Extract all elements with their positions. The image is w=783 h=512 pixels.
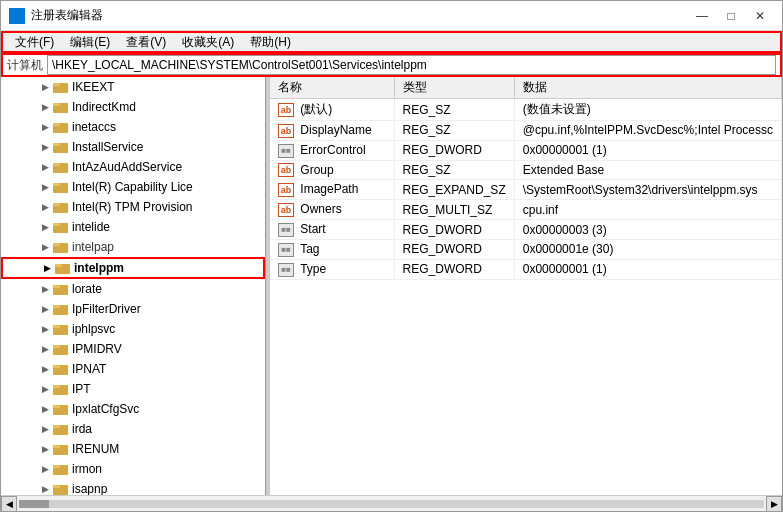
svg-rect-21 (53, 243, 60, 246)
tree-item-irmon[interactable]: ▶ irmon (1, 459, 265, 479)
expand-icon: ▶ (37, 219, 53, 235)
tree-item-IpxlatCfgSvc[interactable]: ▶ IpxlatCfgSvc (1, 399, 265, 419)
tree-item-intelpap[interactable]: ▶ intelpap (1, 237, 265, 257)
address-bar: 计算机 (1, 53, 782, 77)
minimize-button[interactable]: — (688, 6, 716, 26)
tree-item-intelide[interactable]: ▶ intelide (1, 217, 265, 237)
svg-rect-29 (53, 325, 60, 328)
table-row[interactable]: ■■ ErrorControl REG_DWORD 0x00000001 (1) (270, 140, 782, 160)
tree-item-iphlpsvc[interactable]: ▶ iphlpsvc (1, 319, 265, 339)
tree-item-intelppm[interactable]: ▶ intelppm (1, 257, 265, 279)
scroll-left-button[interactable]: ◀ (1, 496, 17, 512)
svg-rect-43 (53, 465, 60, 468)
folder-icon (53, 282, 69, 296)
tree-label-intelpap: intelpap (72, 240, 114, 254)
expand-icon: ▶ (37, 239, 53, 255)
tree-label-IpFilterDriver: IpFilterDriver (72, 302, 141, 316)
folder-icon (53, 200, 69, 214)
dword-icon: ■■ (278, 263, 294, 277)
tree-item-IPNAT[interactable]: ▶ IPNAT (1, 359, 265, 379)
menu-file[interactable]: 文件(F) (7, 32, 62, 53)
tree-item-IntAzAudAddService[interactable]: ▶ IntAzAudAddService (1, 157, 265, 177)
tree-label-isapnp: isapnp (72, 482, 107, 495)
ab-icon: ab (278, 203, 294, 217)
scroll-right-button[interactable]: ▶ (766, 496, 782, 512)
table-row[interactable]: ab Group REG_SZ Extended Base (270, 160, 782, 180)
table-row[interactable]: ab Owners REG_MULTI_SZ cpu.inf (270, 200, 782, 220)
ab-icon: ab (278, 163, 294, 177)
values-pane: 名称 类型 数据 ab (默认) REG_SZ (数值未设置) (270, 77, 782, 495)
expand-icon: ▶ (37, 139, 53, 155)
expand-icon: ▶ (37, 281, 53, 297)
menu-help[interactable]: 帮助(H) (242, 32, 299, 53)
folder-icon (55, 261, 71, 275)
svg-rect-13 (53, 163, 60, 166)
expand-icon: ▶ (37, 341, 53, 357)
expand-icon: ▶ (37, 361, 53, 377)
value-data: \SystemRoot\System32\drivers\intelppm.sy… (514, 180, 781, 200)
tree-item-IPT[interactable]: ▶ IPT (1, 379, 265, 399)
dword-icon: ■■ (278, 243, 294, 257)
svg-rect-1 (18, 10, 23, 15)
tree-label-iphlpsvc: iphlpsvc (72, 322, 115, 336)
folder-icon (53, 362, 69, 376)
tree-item-lorate[interactable]: ▶ lorate (1, 279, 265, 299)
registry-editor-window: 注册表编辑器 — □ ✕ 文件(F) 编辑(E) 查看(V) 收藏夹(A) 帮助… (0, 0, 783, 512)
folder-icon (53, 220, 69, 234)
value-type: REG_EXPAND_SZ (394, 180, 514, 200)
expand-icon: ▶ (37, 79, 53, 95)
tree-item-IPMIDRV[interactable]: ▶ IPMIDRV (1, 339, 265, 359)
svg-rect-2 (11, 17, 16, 22)
table-row[interactable]: ab (默认) REG_SZ (数值未设置) (270, 99, 782, 121)
dword-icon: ■■ (278, 223, 294, 237)
svg-rect-35 (53, 385, 60, 388)
tree-item-IKEEXT[interactable]: ▶ IKEEXT (1, 77, 265, 97)
expand-icon: ▶ (37, 401, 53, 417)
svg-rect-15 (53, 183, 60, 186)
svg-rect-27 (53, 305, 60, 308)
table-row[interactable]: ab DisplayName REG_SZ @cpu.inf,%IntelPPM… (270, 121, 782, 141)
maximize-button[interactable]: □ (717, 6, 745, 26)
values-table: 名称 类型 数据 ab (默认) REG_SZ (数值未设置) (270, 77, 782, 280)
tree-item-isapnp[interactable]: ▶ isapnp (1, 479, 265, 495)
tree-item-InstallService[interactable]: ▶ InstallService (1, 137, 265, 157)
value-data: 0x0000001e (30) (514, 239, 781, 259)
address-input[interactable] (47, 55, 776, 75)
expand-icon: ▶ (37, 381, 53, 397)
value-type: REG_SZ (394, 99, 514, 121)
tree-item-IntelTPM[interactable]: ▶ Intel(R) TPM Provision (1, 197, 265, 217)
tree-item-irda[interactable]: ▶ irda (1, 419, 265, 439)
value-type: REG_DWORD (394, 140, 514, 160)
tree-label-IndirectKmd: IndirectKmd (72, 100, 136, 114)
close-button[interactable]: ✕ (746, 6, 774, 26)
table-row[interactable]: ■■ Start REG_DWORD 0x00000003 (3) (270, 220, 782, 240)
svg-rect-0 (11, 10, 16, 15)
table-row[interactable]: ab ImagePath REG_EXPAND_SZ \SystemRoot\S… (270, 180, 782, 200)
svg-rect-41 (53, 445, 60, 448)
tree-item-IntelCapability[interactable]: ▶ Intel(R) Capability Lice (1, 177, 265, 197)
menu-view[interactable]: 查看(V) (118, 32, 174, 53)
svg-rect-11 (53, 143, 60, 146)
folder-icon (53, 342, 69, 356)
expand-icon: ▶ (37, 99, 53, 115)
menu-favorites[interactable]: 收藏夹(A) (174, 32, 242, 53)
value-name: ab Group (270, 160, 394, 180)
address-label: 计算机 (7, 57, 43, 74)
value-type: REG_DWORD (394, 239, 514, 259)
value-name: ■■ Tag (270, 239, 394, 259)
tree-item-IRENUM[interactable]: ▶ IRENUM (1, 439, 265, 459)
scroll-thumb[interactable] (19, 500, 49, 508)
svg-rect-19 (53, 223, 60, 226)
tree-item-IndirectKmd[interactable]: ▶ IndirectKmd (1, 97, 265, 117)
menu-edit[interactable]: 编辑(E) (62, 32, 118, 53)
folder-icon (53, 240, 69, 254)
table-row[interactable]: ■■ Type REG_DWORD 0x00000001 (1) (270, 259, 782, 279)
tree-item-inetaccs[interactable]: ▶ inetaccs (1, 117, 265, 137)
tree-item-IpFilterDriver[interactable]: ▶ IpFilterDriver (1, 299, 265, 319)
col-header-data: 数据 (514, 77, 781, 99)
table-row[interactable]: ■■ Tag REG_DWORD 0x0000001e (30) (270, 239, 782, 259)
svg-rect-25 (53, 285, 60, 288)
scroll-track[interactable] (19, 500, 764, 508)
tree-label-IntelCapability: Intel(R) Capability Lice (72, 180, 193, 194)
title-bar: 注册表编辑器 — □ ✕ (1, 1, 782, 31)
